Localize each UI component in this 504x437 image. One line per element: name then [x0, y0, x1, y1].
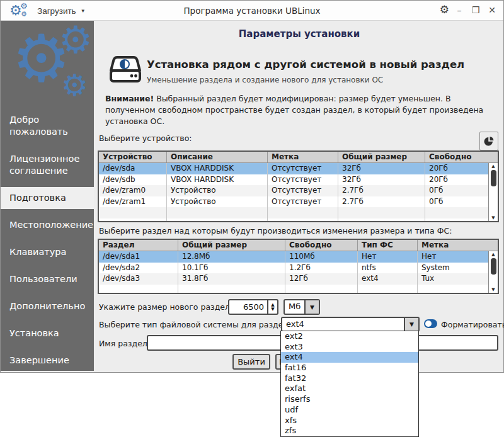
- sidebar-item-4[interactable]: Клавиатура: [1, 241, 94, 263]
- table-row[interactable]: /dev/sda210.1Гб1.2ГбntfsSystem: [99, 263, 488, 274]
- table-cell: /dev/sda3: [99, 273, 178, 285]
- page-title: Параметры установки: [94, 28, 504, 40]
- table-cell: Устройство: [167, 196, 268, 208]
- size-value[interactable]: 6500: [229, 300, 267, 314]
- device-table[interactable]: УстройствоОписаниеМеткаОбщий размерСвобо…: [98, 150, 499, 222]
- sidebar-nav: Добро пожаловатьЛицензионное соглашениеП…: [1, 109, 94, 371]
- table-filler-row: [99, 207, 488, 219]
- table-cell: Нет: [418, 251, 488, 263]
- table-cell: [425, 219, 488, 221]
- combo-arrow-icon[interactable]: ▼: [404, 318, 418, 331]
- method-subheading: Уменьшение раздела и создание нового для…: [147, 76, 383, 84]
- table-cell: /dev/sda2: [99, 263, 178, 274]
- table-row[interactable]: /dev/sda112.8Мб110МбНетНет: [99, 251, 488, 263]
- column-header[interactable]: Свободно: [285, 240, 358, 251]
- fs-option-exfat[interactable]: exfat: [281, 383, 418, 394]
- sidebar-item-5[interactable]: Пользователи: [1, 268, 94, 290]
- minimize-icon[interactable]: –: [454, 4, 464, 16]
- pie-chart-button[interactable]: [479, 132, 498, 150]
- table-cell: 12.8Мб: [178, 251, 285, 263]
- column-header[interactable]: Тип ФС: [358, 240, 418, 251]
- fs-option-ext3[interactable]: ext3: [281, 342, 418, 353]
- scroll-down-icon[interactable]: ▼: [491, 287, 495, 293]
- sidebar: ⚙ ⚙ ⚙ Добро пожаловатьЛицензионное согла…: [1, 21, 94, 371]
- sidebar-item-2[interactable]: Подготовка: [1, 187, 94, 209]
- size-unit-value: Мб: [285, 300, 304, 314]
- scroll-down-icon[interactable]: ▼: [491, 215, 495, 221]
- column-header[interactable]: Устройство: [99, 152, 167, 162]
- titlebar: ⚙ ⚙ ⚙ Загрузить ▼ Программа установки UB…: [1, 1, 503, 21]
- table-cell: Tux: [418, 273, 488, 285]
- sidebar-item-8[interactable]: Завершение: [1, 349, 94, 371]
- fs-option-ext4[interactable]: ext4: [281, 352, 418, 363]
- table-cell: [425, 207, 488, 219]
- table-cell: [167, 219, 268, 221]
- exit-button[interactable]: Выйти: [232, 354, 270, 370]
- sidebar-item-7[interactable]: Установка: [1, 322, 94, 344]
- table-row[interactable]: /dev/zram1УстройствоОтсутствует2.7Гб0Гб: [99, 196, 488, 208]
- fs-option-xfs[interactable]: xfs: [281, 416, 418, 426]
- fs-value: ext4: [282, 318, 404, 331]
- table-filler-row: [99, 285, 488, 293]
- column-header[interactable]: Свободно: [425, 152, 498, 162]
- spin-down-icon[interactable]: ▼: [271, 307, 274, 312]
- fs-combo[interactable]: ext4 ▼: [281, 317, 420, 332]
- settings-gear-icon[interactable]: ⚙: [440, 4, 449, 15]
- fs-option-fat16[interactable]: fat16: [281, 363, 418, 373]
- sidebar-item-6[interactable]: Дополнительно: [1, 295, 94, 317]
- warning-body: Выбранный раздел будет модифицирован: ра…: [105, 94, 483, 126]
- table-cell: Устройство: [167, 185, 268, 196]
- fs-option-ext2[interactable]: ext2: [281, 331, 418, 342]
- partition-table-scrollbar[interactable]: ▲ ▼: [488, 251, 498, 293]
- table-cell: [268, 207, 338, 219]
- table-cell: VBOX HARDDISK: [167, 174, 268, 186]
- table-cell: /dev/zram0: [99, 185, 167, 196]
- pie-chart-icon: [483, 135, 495, 147]
- column-header[interactable]: Общий размер: [178, 240, 285, 251]
- table-cell: [358, 285, 418, 293]
- column-header[interactable]: Метка: [418, 240, 498, 251]
- sidebar-item-3[interactable]: Местоположение: [1, 214, 94, 236]
- column-header[interactable]: Общий размер: [338, 152, 425, 162]
- table-cell: Отсутствует: [268, 174, 338, 186]
- column-header[interactable]: Метка: [268, 152, 338, 162]
- device-table-scrollbar[interactable]: ▲ ▼: [488, 163, 498, 221]
- column-header[interactable]: Описание: [167, 152, 268, 162]
- maximize-icon[interactable]: ❒: [471, 4, 481, 16]
- table-cell: [99, 207, 167, 219]
- scrollbar-thumb[interactable]: [491, 258, 496, 275]
- column-header[interactable]: Раздел: [99, 240, 178, 251]
- table-cell: /dev/sda: [99, 163, 167, 174]
- table-cell: 0Гб: [425, 196, 488, 208]
- fs-option-fat32[interactable]: fat32: [281, 373, 418, 384]
- table-row[interactable]: /dev/sdbVBOX HARDDISKОтсутствует32Гб20Гб: [99, 174, 488, 186]
- table-cell: /dev/sda1: [99, 251, 178, 263]
- sidebar-item-0[interactable]: Добро пожаловать: [1, 109, 94, 143]
- scroll-up-icon[interactable]: ▲: [491, 163, 495, 169]
- table-cell: ntfs: [358, 263, 418, 274]
- table-row[interactable]: /dev/sdaVBOX HARDDISKОтсутствует32Гб20Гб: [99, 163, 488, 174]
- hard-drive-icon: [109, 55, 142, 85]
- combo-arrow-icon[interactable]: ▼: [304, 300, 319, 314]
- table-row[interactable]: /dev/zram0УстройствоОтсутствует2.7Гб0Гб: [99, 185, 488, 196]
- table-cell: Отсутствует: [268, 196, 338, 208]
- size-spinner[interactable]: 6500 ▲ ▼: [228, 299, 278, 315]
- device-table-body: /dev/sdaVBOX HARDDISKОтсутствует32Гб20Гб…: [99, 163, 488, 221]
- table-cell: [178, 285, 285, 293]
- fs-dropdown-popup[interactable]: ext2ext3ext4fat16fat32exfatriserfsudfxfs…: [280, 331, 419, 437]
- scrollbar-thumb[interactable]: [491, 170, 496, 186]
- format-label: Форматировать: [441, 320, 504, 329]
- fs-option-udf[interactable]: udf: [281, 405, 418, 416]
- partition-table[interactable]: РазделОбщий размерСвободноТип ФСМетка /d…: [98, 239, 499, 294]
- fs-option-zfs[interactable]: zfs: [281, 426, 418, 436]
- table-cell: /dev/sdb: [99, 174, 167, 186]
- close-icon[interactable]: ✕: [487, 4, 497, 16]
- table-row[interactable]: /dev/sda331.8Гб12Гбext4Tux: [99, 273, 488, 285]
- size-unit-combo[interactable]: Мб ▼: [284, 299, 320, 315]
- format-toggle[interactable]: [424, 319, 437, 328]
- device-label: Выберите устройство:: [99, 133, 192, 143]
- table-cell: /dev/zram1: [99, 196, 167, 208]
- sidebar-item-1[interactable]: Лицензионное соглашение: [1, 148, 94, 182]
- fs-option-riserfs[interactable]: riserfs: [281, 394, 418, 405]
- scroll-up-icon[interactable]: ▲: [491, 251, 495, 258]
